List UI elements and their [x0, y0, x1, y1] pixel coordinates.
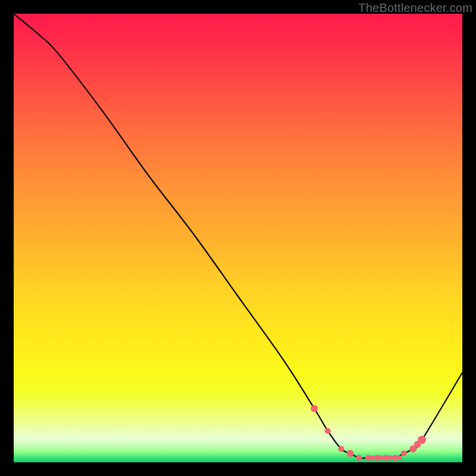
marker-point — [311, 405, 318, 412]
marker-point — [383, 455, 389, 461]
chart-stage: TheBottlenecker.com — [0, 0, 476, 476]
chart-svg — [14, 14, 462, 462]
marker-point — [397, 456, 402, 461]
marker-point — [418, 436, 426, 444]
marker-point — [325, 428, 331, 434]
marker-point — [401, 450, 407, 456]
bottleneck-curve — [14, 14, 462, 458]
marker-point — [374, 455, 380, 461]
marker-point — [347, 450, 354, 457]
marker-point — [356, 455, 362, 461]
marker-group — [311, 405, 426, 461]
watermark-text: TheBottlenecker.com — [358, 1, 472, 15]
chart-plot-area — [14, 14, 462, 462]
marker-point — [338, 446, 344, 452]
